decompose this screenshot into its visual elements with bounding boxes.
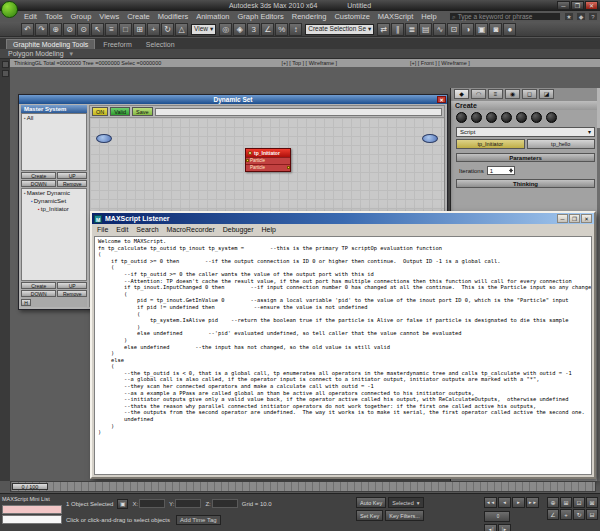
menu-item[interactable]: Help xyxy=(417,12,440,21)
tab-freeform[interactable]: Freeform xyxy=(97,40,137,49)
use-pivot-center-icon[interactable]: ◎ xyxy=(219,23,232,36)
curve-editor-icon[interactable]: ∿ xyxy=(433,23,446,36)
set-key-button[interactable]: Set Key xyxy=(356,510,383,521)
down-button[interactable]: DOWN xyxy=(21,290,56,297)
window-titlebar[interactable]: Autodesk 3ds Max 2010 x64 Untitled ─ ❐ ✕ xyxy=(0,0,600,11)
thinking-rollout-header[interactable]: Thinking xyxy=(456,179,595,188)
listener-text-area[interactable]: Welcome to MAXScript.fn tp_calculate tp_… xyxy=(94,236,592,475)
schematic-view-icon[interactable]: ⊡ xyxy=(447,23,460,36)
previous-key-button[interactable]: ◄| xyxy=(484,524,497,531)
node-header[interactable]: tp_Initiator xyxy=(246,149,290,157)
listener-menu-item[interactable]: Help xyxy=(258,226,280,233)
menu-item[interactable]: Edit xyxy=(20,12,41,21)
rectangular-selection-icon[interactable]: □ xyxy=(119,23,132,36)
tree-item-master-dynamic[interactable]: ▪Master Dynamic xyxy=(22,189,86,197)
tp-hello-button[interactable]: tp_hello xyxy=(527,139,596,149)
space-warps-category-icon[interactable] xyxy=(531,112,542,123)
percent-snap-icon[interactable]: % xyxy=(275,23,288,36)
create-button[interactable]: Create xyxy=(21,172,56,179)
geometry-category-icon[interactable] xyxy=(456,112,467,123)
redo-icon[interactable]: ↷ xyxy=(35,23,48,36)
viewport-label-front[interactable]: [+] [ Front ] [ Wireframe ] xyxy=(410,59,470,67)
tp-initiator-node[interactable]: tp_Initiator Particle Particle xyxy=(245,148,291,172)
spinner-snap-icon[interactable]: ↕ xyxy=(289,23,302,36)
snap-toggle-icon[interactable]: 3 xyxy=(247,23,260,36)
key-filters-button[interactable]: Key Filters... xyxy=(385,510,424,521)
hide-button[interactable]: H xyxy=(21,299,31,306)
select-object-icon[interactable]: ↖ xyxy=(91,23,104,36)
maximize-button[interactable]: ❐ xyxy=(571,1,584,10)
maximize-button[interactable]: ❐ xyxy=(569,214,580,223)
viewport-label-top[interactable]: [+] [ Top ] [ Wireframe ] xyxy=(281,59,337,67)
listener-menu-item[interactable]: File xyxy=(93,226,112,233)
menu-item[interactable]: Modifiers xyxy=(154,12,192,21)
dynamic-set-titlebar[interactable]: Dynamic Set ✕ xyxy=(19,95,447,104)
select-and-rotate-icon[interactable]: ↻ xyxy=(161,23,174,36)
menu-item[interactable]: Views xyxy=(95,12,123,21)
selection-lock-toggle[interactable]: ▣ xyxy=(117,499,128,509)
lights-category-icon[interactable] xyxy=(486,112,497,123)
up-button[interactable]: UP xyxy=(57,172,87,179)
align-icon[interactable]: ∥ xyxy=(391,23,404,36)
display-tab-icon[interactable]: ◻ xyxy=(522,89,537,99)
bind-to-space-warp-icon[interactable]: ⊙ xyxy=(77,23,90,36)
valid-button[interactable]: Valid xyxy=(110,107,130,116)
node-output-row[interactable]: Particle xyxy=(246,164,290,171)
script-path-field[interactable] xyxy=(155,108,442,116)
menu-item[interactable]: MAXScript xyxy=(374,12,417,21)
strip-icon[interactable] xyxy=(2,70,9,77)
remove-button[interactable]: Remove xyxy=(57,180,87,187)
parameters-rollout-header[interactable]: Parameters xyxy=(456,153,595,162)
cameras-category-icon[interactable] xyxy=(501,112,512,123)
iterations-spinner[interactable]: 1 xyxy=(487,166,515,175)
select-and-move-icon[interactable]: + xyxy=(147,23,160,36)
zoom-icon[interactable]: ⊕ xyxy=(547,497,559,508)
listener-menu-item[interactable]: Debugger xyxy=(219,226,258,233)
node-input-row[interactable]: Particle xyxy=(246,157,290,164)
menu-item[interactable]: Rendering xyxy=(288,12,331,21)
helpers-category-icon[interactable] xyxy=(516,112,527,123)
on-toggle[interactable]: ON xyxy=(92,107,108,116)
zoom-all-icon[interactable]: ⊞ xyxy=(560,497,572,508)
unlink-selection-icon[interactable]: ⊘ xyxy=(63,23,76,36)
maximize-viewport-icon[interactable]: ⊟ xyxy=(586,509,598,520)
listener-menu-item[interactable]: MacroRecorder xyxy=(163,226,219,233)
zoom-extents-icon[interactable]: ⊡ xyxy=(573,497,585,508)
angle-snap-icon[interactable]: ∠ xyxy=(261,23,274,36)
select-and-manipulate-icon[interactable]: ◈ xyxy=(233,23,246,36)
down-button[interactable]: DOWN xyxy=(21,180,56,187)
auto-key-button[interactable]: Auto Key xyxy=(356,497,386,508)
shapes-category-icon[interactable] xyxy=(471,112,482,123)
material-editor-icon[interactable]: ◑ xyxy=(461,23,474,36)
field-of-view-icon[interactable]: ∠ xyxy=(547,509,559,520)
graphite-ribbon-icon[interactable]: ▤ xyxy=(419,23,432,36)
mirror-icon[interactable]: ⇄ xyxy=(377,23,390,36)
add-time-tag-button[interactable]: Add Time Tag xyxy=(176,515,221,525)
coord-y-field[interactable] xyxy=(175,499,201,508)
go-to-end-button[interactable]: ►► xyxy=(526,497,539,508)
coord-x-field[interactable] xyxy=(139,499,165,508)
communication-center-icon[interactable]: ◆ xyxy=(576,12,586,21)
help-icon[interactable]: ? xyxy=(588,12,598,21)
window-crossing-icon[interactable]: ⊞ xyxy=(133,23,146,36)
mini-listener-macro-row[interactable] xyxy=(2,505,62,514)
master-system-tree[interactable]: ▪All xyxy=(21,113,87,171)
reference-coordinate-dropdown[interactable]: View ▾ xyxy=(191,24,216,35)
render-icon[interactable]: ● xyxy=(503,23,516,36)
minimize-button[interactable]: ─ xyxy=(557,1,570,10)
select-by-name-icon[interactable]: ≡ xyxy=(105,23,118,36)
layer-manager-icon[interactable]: ≣ xyxy=(405,23,418,36)
group-input-connector[interactable] xyxy=(96,134,112,143)
dynamic-set-tree[interactable]: ▪Master Dynamic▪DynamicSet▪tp_Initiator xyxy=(21,188,87,281)
render-setup-icon[interactable]: ▣ xyxy=(475,23,488,36)
select-and-link-icon[interactable]: ⊕ xyxy=(49,23,62,36)
menu-item[interactable]: Animation xyxy=(192,12,233,21)
create-tab-icon[interactable]: ◆ xyxy=(454,89,469,99)
strip-icon[interactable] xyxy=(2,61,9,68)
time-slider[interactable]: 0 / 100 xyxy=(10,481,596,492)
coord-z-field[interactable] xyxy=(212,499,238,508)
hierarchy-tab-icon[interactable]: ≡ xyxy=(488,89,503,99)
modify-tab-icon[interactable]: ◠ xyxy=(471,89,486,99)
tab-graphite-modeling-tools[interactable]: Graphite Modeling Tools xyxy=(6,39,95,49)
up-button[interactable]: UP xyxy=(57,282,87,289)
